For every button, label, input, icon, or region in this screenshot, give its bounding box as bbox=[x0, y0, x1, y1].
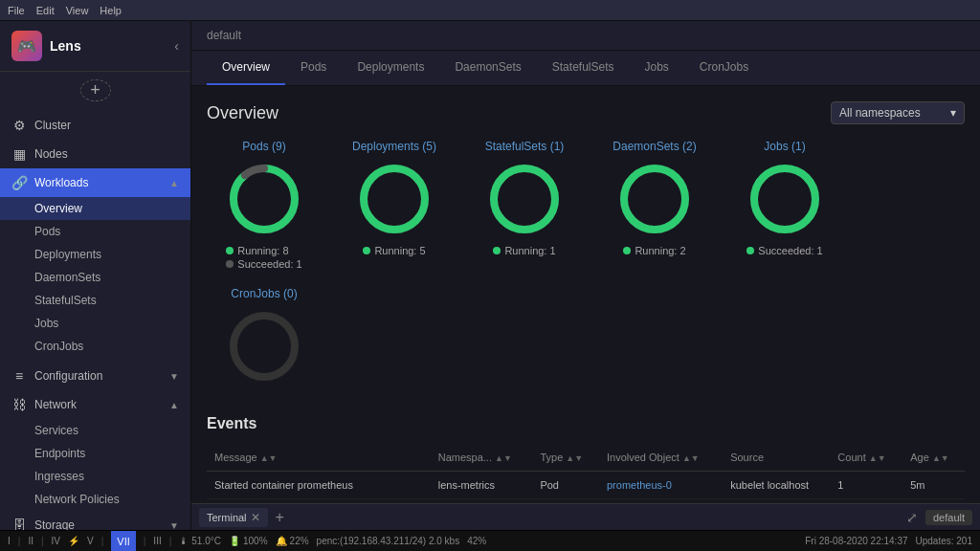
tab-cronjobs[interactable]: CronJobs bbox=[684, 51, 764, 85]
workload-card-daemonsets: DaemonSets (2) Running: 2 bbox=[597, 140, 712, 272]
sidebar-sub-deployments[interactable]: Deployments bbox=[0, 243, 190, 266]
status-temp: 🌡 51.0°C bbox=[179, 536, 221, 546]
add-cluster-button[interactable]: + bbox=[80, 79, 111, 101]
sidebar-item-nodes[interactable]: ▦ Nodes bbox=[0, 140, 190, 168]
terminal-tab[interactable]: Terminal ✕ bbox=[199, 508, 268, 527]
event-type: Pod bbox=[532, 472, 599, 499]
cronjobs-link[interactable]: CronJobs (0) bbox=[231, 287, 297, 300]
svg-point-8 bbox=[624, 168, 685, 230]
statefulsets-link[interactable]: StatefulSets (1) bbox=[485, 140, 565, 153]
status-right: Fri 28-08-2020 22:14:37 Updates: 201 bbox=[805, 536, 972, 546]
terminal-resize-button[interactable]: ⤢ bbox=[906, 510, 918, 525]
deployments-stats: Running: 5 bbox=[363, 245, 425, 258]
table-row: Started container prometheus lens-metric… bbox=[207, 472, 965, 499]
storage-chevron: ▼ bbox=[169, 520, 179, 531]
sidebar-item-cluster[interactable]: ⚙ Cluster bbox=[0, 111, 190, 140]
workload-card-cronjobs: CronJobs (0) bbox=[207, 287, 322, 392]
sidebar-sub-overview[interactable]: Overview bbox=[0, 197, 190, 220]
tabs-bar: Overview Pods Deployments DaemonSets Sta… bbox=[191, 51, 980, 86]
workspace-5[interactable]: V bbox=[87, 536, 94, 546]
sidebar-sub-ingresses[interactable]: Ingresses bbox=[0, 465, 190, 488]
tab-pods[interactable]: Pods bbox=[285, 51, 342, 85]
event-namespace: lens-metrics bbox=[431, 472, 533, 499]
col-involved[interactable]: Involved Object ▲▼ bbox=[599, 444, 723, 472]
workspace-7[interactable]: VII bbox=[111, 531, 135, 552]
tab-jobs[interactable]: Jobs bbox=[630, 51, 684, 85]
sidebar: 🎮 Lens ‹ + ⚙ Cluster ▦ Nodes 🔗 Workloads… bbox=[0, 21, 191, 530]
app-logo: 🎮 bbox=[11, 31, 42, 61]
workload-card-jobs: Jobs (1) Succeeded: 1 bbox=[727, 140, 842, 272]
status-mem: 🔔 22% bbox=[276, 536, 309, 546]
status-bar: I | II | IV ⚡ V | VII | III | 🌡 51.0°C 🔋… bbox=[0, 530, 980, 551]
daemonsets-link[interactable]: DaemonSets (2) bbox=[612, 140, 696, 153]
terminal-cluster-badge: default bbox=[925, 510, 972, 525]
col-message[interactable]: Message ▲▼ bbox=[207, 444, 431, 472]
workload-card-statefulsets: StatefulSets (1) Running: 1 bbox=[467, 140, 582, 272]
tab-daemonsets[interactable]: DaemonSets bbox=[439, 51, 536, 85]
workspace-3[interactable]: III bbox=[153, 536, 161, 546]
terminal-close-button[interactable]: ✕ bbox=[251, 511, 260, 524]
workspace-4[interactable]: IV bbox=[52, 536, 60, 546]
pods-link[interactable]: Pods (9) bbox=[242, 140, 285, 153]
sidebar-collapse-button[interactable]: ‹ bbox=[174, 38, 179, 54]
network-chevron: ▲ bbox=[169, 400, 179, 410]
menu-view[interactable]: View bbox=[66, 5, 89, 16]
tab-deployments[interactable]: Deployments bbox=[342, 51, 439, 85]
workspace-2[interactable]: II bbox=[28, 536, 33, 546]
statefulsets-donut bbox=[486, 161, 563, 237]
sidebar-sub-daemonsets[interactable]: DaemonSets bbox=[0, 266, 190, 289]
workspace-1[interactable]: I bbox=[8, 536, 11, 546]
app-title: Lens bbox=[50, 38, 81, 54]
deployments-donut bbox=[356, 161, 433, 237]
col-type[interactable]: Type ▲▼ bbox=[532, 444, 599, 472]
svg-point-10 bbox=[754, 168, 815, 230]
col-source[interactable]: Source bbox=[723, 444, 830, 472]
menu-file[interactable]: File bbox=[8, 5, 25, 16]
tab-overview[interactable]: Overview bbox=[207, 51, 285, 85]
daemonsets-donut bbox=[616, 161, 693, 237]
status-network: penc:(192.168.43.211/24) 2.0 kbs bbox=[317, 536, 460, 546]
sidebar-sub-endpoints[interactable]: Endpoints bbox=[0, 442, 190, 465]
jobs-donut bbox=[746, 161, 823, 237]
namespace-select[interactable]: All namespaces ▾ bbox=[831, 101, 965, 124]
status-battery: 🔋 100% bbox=[229, 536, 268, 546]
storage-icon: 🗄 bbox=[11, 518, 27, 530]
workloads-icon: 🔗 bbox=[11, 175, 27, 190]
workload-card-deployments: Deployments (5) Running: 5 bbox=[337, 140, 452, 272]
sidebar-item-network[interactable]: ⛓ Network ▲ bbox=[0, 390, 190, 419]
sidebar-sub-network-policies[interactable]: Network Policies bbox=[0, 488, 190, 511]
config-chevron: ▼ bbox=[169, 371, 179, 382]
breadcrumb: default bbox=[191, 21, 980, 51]
terminal-bar: Terminal ✕ + ⤢ default bbox=[191, 503, 980, 530]
workload-card-pods: Pods (9) Running: 8 Succeeded: 1 bbox=[207, 140, 322, 272]
col-namespace[interactable]: Namespa... ▲▼ bbox=[431, 444, 533, 472]
sidebar-sub-pods[interactable]: Pods bbox=[0, 220, 190, 243]
pods-stats: Running: 8 Succeeded: 1 bbox=[226, 245, 301, 272]
jobs-stats: Succeeded: 1 bbox=[746, 245, 822, 258]
menu-help[interactable]: Help bbox=[100, 5, 122, 16]
sidebar-sub-statefulsets[interactable]: StatefulSets bbox=[0, 289, 190, 312]
sidebar-item-storage[interactable]: 🗄 Storage ▼ bbox=[0, 511, 190, 530]
chevron-down-icon: ▾ bbox=[950, 106, 956, 120]
jobs-link[interactable]: Jobs (1) bbox=[764, 140, 805, 153]
col-count[interactable]: Count ▲▼ bbox=[830, 444, 902, 472]
deployments-link[interactable]: Deployments (5) bbox=[352, 140, 436, 153]
config-icon: ≡ bbox=[11, 368, 27, 384]
sidebar-sub-services[interactable]: Services bbox=[0, 419, 190, 442]
statefulsets-stats: Running: 1 bbox=[493, 245, 555, 258]
sidebar-sub-cronjobs[interactable]: CronJobs bbox=[0, 335, 190, 358]
terminal-add-button[interactable]: + bbox=[276, 509, 284, 526]
sidebar-sub-jobs[interactable]: Jobs bbox=[0, 312, 190, 335]
sidebar-item-configuration[interactable]: ≡ Configuration ▼ bbox=[0, 362, 190, 390]
tab-statefulsets[interactable]: StatefulSets bbox=[537, 51, 630, 85]
event-object[interactable]: prometheus-0 bbox=[599, 472, 723, 499]
menu-edit[interactable]: Edit bbox=[36, 5, 55, 16]
events-title: Events bbox=[207, 415, 965, 432]
main-content: default Overview Pods Deployments Daemon… bbox=[191, 21, 980, 530]
col-age[interactable]: Age ▲▼ bbox=[902, 444, 965, 472]
sidebar-item-workloads[interactable]: 🔗 Workloads ▲ bbox=[0, 168, 190, 197]
nodes-icon: ▦ bbox=[11, 146, 27, 162]
workload-cards: Pods (9) Running: 8 Succeeded: 1 bbox=[207, 140, 965, 392]
svg-point-11 bbox=[234, 316, 295, 377]
event-count: 1 bbox=[830, 472, 902, 499]
